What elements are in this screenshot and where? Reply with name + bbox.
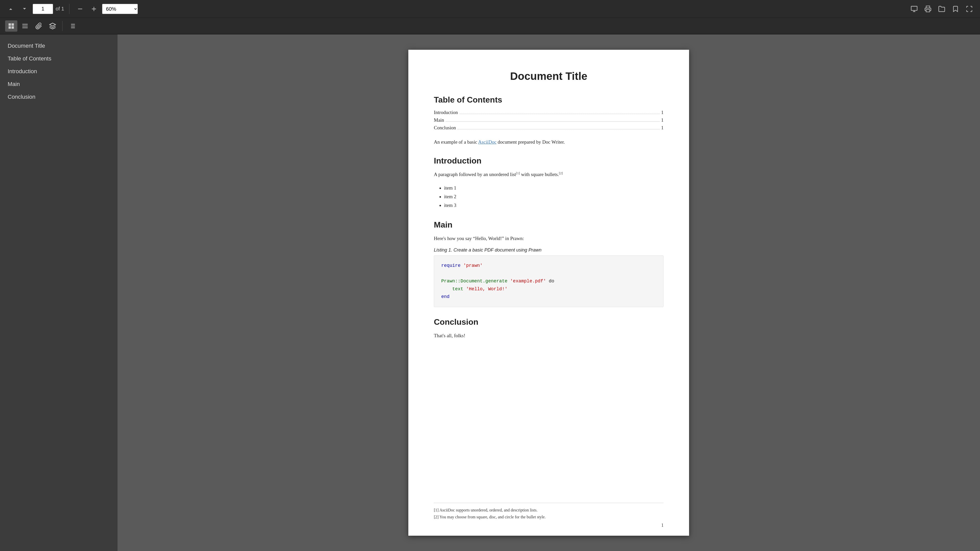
print-button[interactable] <box>922 3 934 14</box>
secondary-toolbar <box>0 18 980 35</box>
svg-marker-8 <box>49 23 56 26</box>
conclusion-heading: Conclusion <box>434 318 663 327</box>
intro-text-before: An example of a basic <box>434 139 478 144</box>
list-item-1: item 1 <box>444 184 663 192</box>
list-view-button[interactable] <box>19 21 31 32</box>
svg-rect-0 <box>911 6 917 10</box>
toc-entry-conclusion: Conclusion 1 <box>434 125 663 130</box>
toc-page-main: 1 <box>661 118 664 123</box>
expand-button[interactable] <box>964 3 975 14</box>
listing-caption: Listing 1. Create a basic PDF document u… <box>434 248 663 253</box>
conclusion-paragraph: That's all, folks! <box>434 332 663 340</box>
intro-para-after: with square bullets. <box>520 172 559 177</box>
list-item-3: item 3 <box>444 201 663 210</box>
sidebar-item-toc[interactable]: Table of Contents <box>0 52 117 65</box>
page-number-input[interactable]: 1 <box>33 4 53 14</box>
zoom-in-button[interactable] <box>88 3 100 14</box>
code-text-method: text <box>452 286 463 292</box>
sidebar-item-conclusion[interactable]: Conclusion <box>0 91 117 103</box>
toc-label-introduction: Introduction <box>434 110 458 115</box>
introduction-list: item 1 item 2 item 3 <box>444 184 663 210</box>
bookmark-button[interactable] <box>950 3 961 14</box>
toc-entry-main: Main 1 <box>434 118 663 123</box>
toc-page-introduction: 1 <box>661 110 664 115</box>
page-number: 1 <box>661 523 663 528</box>
main-paragraph: Here's how you say “Hello, World!” in Pr… <box>434 235 663 242</box>
main-heading: Main <box>434 220 663 230</box>
svg-rect-2 <box>11 23 14 25</box>
sidebar: Document Title Table of Contents Introdu… <box>0 35 118 551</box>
outline-button[interactable] <box>66 21 78 32</box>
grid-view-button[interactable] <box>5 21 18 32</box>
intro-para-before: A paragraph followed by an unordered lis… <box>434 172 516 177</box>
toc-label-conclusion: Conclusion <box>434 125 456 130</box>
toc-dots-conclusion <box>458 129 660 129</box>
document-area: Document Title Table of Contents Introdu… <box>118 35 980 551</box>
attachments-button[interactable] <box>33 21 45 32</box>
toc-page-conclusion: 1 <box>661 125 664 130</box>
page-down-button[interactable] <box>19 3 30 14</box>
footnote-2: [2] You may choose from square, disc, an… <box>434 513 663 520</box>
list-item-2: item 2 <box>444 192 663 201</box>
zoom-out-button[interactable] <box>75 3 86 14</box>
main-area: Document Title Table of Contents Introdu… <box>0 35 980 551</box>
toc-heading: Table of Contents <box>434 95 663 105</box>
sidebar-item-introduction[interactable]: Introduction <box>0 65 117 78</box>
code-generate-string: 'example.pdf' <box>508 279 546 284</box>
pdf-page: Document Title Table of Contents Introdu… <box>408 50 689 536</box>
sidebar-item-document-title[interactable]: Document Title <box>0 40 117 52</box>
code-require-keyword: require <box>441 263 461 268</box>
toc-dots-main <box>445 121 659 122</box>
code-indent <box>441 286 452 292</box>
toc-entry-introduction: Introduction 1 <box>434 110 663 115</box>
ref2: [2] <box>559 171 563 175</box>
introduction-heading: Introduction <box>434 156 663 165</box>
svg-rect-1 <box>9 23 11 25</box>
zoom-select[interactable]: 50% 60% 75% 100% 125% 150% 200% <box>102 4 138 14</box>
svg-rect-4 <box>11 26 14 29</box>
svg-rect-3 <box>9 26 11 29</box>
zoom-container: 50% 60% 75% 100% 125% 150% 200% <box>102 4 138 14</box>
code-text-string: 'Hello, World!' <box>463 286 508 292</box>
introduction-paragraph: A paragraph followed by an unordered lis… <box>434 171 663 179</box>
code-end-keyword: end <box>441 294 449 299</box>
intro-paragraph: An example of a basic AsciiDoc document … <box>434 138 663 146</box>
code-generate-method: Prawn::Document.generate <box>441 279 508 284</box>
toc-dots-introduction <box>460 114 660 114</box>
toc-label-main: Main <box>434 118 444 123</box>
open-file-button[interactable] <box>936 3 947 14</box>
page-up-button[interactable] <box>5 3 16 14</box>
footnote-1: [1] AsciiDoc supports unordered, ordered… <box>434 507 663 513</box>
toolbar-right-icons <box>908 3 975 14</box>
presentation-button[interactable] <box>908 3 920 14</box>
layers-button[interactable] <box>46 21 59 32</box>
page-of-label: of 1 <box>56 6 64 12</box>
code-do-keyword: do <box>546 279 554 284</box>
code-block: require 'prawn' Prawn::Document.generate… <box>434 256 663 307</box>
footnotes: [1] AsciiDoc supports unordered, ordered… <box>434 503 663 520</box>
ref1: [1] <box>516 171 520 175</box>
intro-text-after: document prepared by Doc Writer. <box>496 139 565 144</box>
top-toolbar: 1 of 1 50% 60% 75% 100% 125% 150% 200% <box>0 0 980 18</box>
document-title: Document Title <box>434 70 663 83</box>
asciidoc-link[interactable]: AsciiDoc <box>478 139 496 144</box>
sidebar-item-main[interactable]: Main <box>0 78 117 91</box>
code-require-string: 'prawn' <box>461 263 483 268</box>
